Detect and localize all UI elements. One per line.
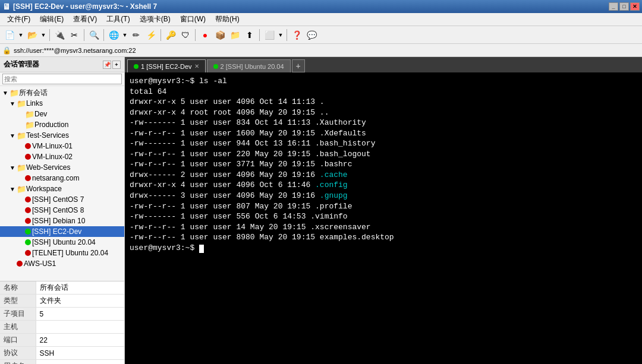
sidebar-header: 会话管理器 📌 + (0, 57, 124, 72)
toolbar: 📄 ▼ 📂 ▼ 🔌 ✂ 🔍 🌐 ▼ ✏ ⚡ 🔑 🛡 ● 📦 📁 ⬆ ⬜ ▼ ❓ … (0, 26, 642, 44)
menubar: 文件(F) 编辑(E) 查看(V) 工具(T) 选项卡(B) 窗口(W) 帮助(… (0, 13, 642, 26)
toggle-links: ▼ (8, 100, 17, 107)
add-tab-button[interactable]: + (292, 59, 305, 72)
tree-label-vm1: VM-Linux-01 (32, 142, 124, 150)
tab-close-ec2dev[interactable]: ✕ (194, 63, 199, 69)
layout-dropdown[interactable]: ▼ (277, 28, 284, 42)
terminal-line-total: total 64 (130, 87, 637, 97)
tab-ubuntu2004[interactable]: 2 [SSH] Ubuntu 20.04 (207, 59, 291, 72)
sidebar-new-button[interactable]: + (112, 61, 121, 69)
menu-file[interactable]: 文件(F) (2, 13, 35, 26)
minimize-button[interactable]: _ (609, 2, 618, 11)
tree-label-vm2: VM-Linux-02 (32, 153, 124, 161)
tree-item-centos7[interactable]: [SSH] CentOS 7 (0, 194, 124, 205)
tree-label-centos8: [SSH] CentOS 8 (32, 206, 124, 214)
tree-item-workspace[interactable]: ▼ 📁 Workspace (0, 183, 124, 194)
sidebar-header-controls: 📌 + (103, 61, 121, 69)
browser-dropdown[interactable]: ▼ (121, 28, 128, 42)
maximize-button[interactable]: □ (619, 2, 629, 11)
prop-row-type: 类型 文件夹 (0, 295, 124, 308)
stop-button[interactable]: ● (198, 28, 212, 42)
addressbar: 🔒 ssh://user:****@mysvr3.netsarang.com:2… (0, 44, 642, 57)
prop-key-proto: 协议 (0, 347, 36, 360)
tree-item-telnet[interactable]: [TELNET] Ubuntu 20.04 (0, 248, 124, 258)
tree-item-awsus1[interactable]: AWS-US1 (0, 258, 124, 269)
tree-item-ec2dev[interactable]: [SSH] EC2-Dev (0, 226, 124, 237)
search-input[interactable] (2, 74, 122, 84)
new-dropdown[interactable]: ▼ (17, 28, 24, 42)
tree-label-ubuntu2004: [SSH] Ubuntu 20.04 (32, 238, 124, 246)
tree-label-centos7: [SSH] CentOS 7 (32, 195, 124, 204)
address-text: ssh://user:****@mysvr3.netsarang.com:22 (14, 47, 136, 54)
disconnect-button[interactable]: ✂ (67, 28, 81, 42)
tab-ec2dev[interactable]: 1 [SSH] EC2-Dev ✕ (127, 59, 206, 72)
tree-item-test[interactable]: ▼ 📁 Test-Services (0, 130, 124, 141)
transfer-button[interactable]: 📦 (213, 28, 227, 42)
help-button[interactable]: ❓ (289, 28, 304, 42)
prop-val-name: 所有会话 (36, 281, 124, 295)
conn-dot-awsus1 (17, 261, 23, 267)
upload-button[interactable]: ⬆ (243, 28, 257, 42)
conn-dot-vm1 (25, 143, 31, 149)
terminal[interactable]: user@mysvr3:~$ ls -al total 64 drwxr-xr-… (125, 72, 642, 364)
menu-edit[interactable]: 编辑(E) (35, 13, 68, 26)
tree-item-debian[interactable]: [SSH] Debian 10 (0, 216, 124, 226)
main-area: 会话管理器 📌 + ▼ 📁 所有会话 ▼ 📁 Links (0, 57, 642, 364)
folder-icon-dev: 📁 (25, 110, 34, 119)
open-button[interactable]: 📂 (25, 28, 39, 42)
lock-icon: 🔒 (2, 46, 11, 55)
tab-dot-ubuntu2004 (213, 64, 218, 69)
close-button[interactable]: ✕ (630, 2, 640, 11)
cursor (199, 245, 204, 253)
prop-key-count: 子项目 (0, 308, 36, 321)
agent-button[interactable]: 🛡 (178, 28, 193, 42)
prop-key-type: 类型 (0, 295, 36, 308)
menu-tools[interactable]: 工具(T) (102, 13, 134, 26)
tree-item-web[interactable]: ▼ 📁 Web-Services (0, 162, 124, 173)
sftp-button[interactable]: 📁 (228, 28, 242, 42)
connect-button[interactable]: 🔌 (52, 28, 67, 42)
folder-icon-test: 📁 (17, 131, 26, 140)
prop-row-proto: 协议 SSH (0, 347, 124, 360)
terminal-line-2: drwxr-xr-x 4 root root 4096 May 20 19:15… (130, 107, 637, 118)
terminal-line-cursor: user@mysvr3:~$ (130, 243, 637, 254)
tree-item-centos8[interactable]: [SSH] CentOS 8 (0, 205, 124, 216)
sidebar-pin-button[interactable]: 📌 (103, 61, 111, 69)
layout-btn1[interactable]: ⬜ (262, 28, 276, 42)
find-button[interactable]: 🔍 (87, 28, 101, 42)
terminal-line-12: -rw------- 1 user user 556 Oct 6 14:53 .… (130, 211, 637, 222)
tree-label-debian: [SSH] Debian 10 (32, 217, 124, 225)
menu-tab[interactable]: 选项卡(B) (135, 13, 175, 26)
tree-item-links[interactable]: ▼ 📁 Links (0, 98, 124, 109)
tree-label-awsus1: AWS-US1 (24, 259, 124, 268)
tree-label-netsarang: netsarang.com (32, 174, 124, 182)
key-button[interactable]: 🔑 (163, 28, 178, 42)
terminal-line-7: -rw-r--r-- 1 user user 3771 May 20 19:15… (130, 159, 637, 170)
tree-item-netsarang[interactable]: netsarang.com (0, 173, 124, 183)
macro-button[interactable]: ⚡ (144, 28, 158, 42)
tree-label-links: Links (26, 99, 124, 107)
new-button[interactable]: 📄 (2, 28, 17, 42)
prop-val-type: 文件夹 (36, 295, 124, 308)
conn-dot-centos8 (25, 207, 31, 213)
conn-dot-ubuntu2004 (25, 239, 31, 245)
tree-item-production[interactable]: 📁 Production (0, 119, 124, 130)
menu-help[interactable]: 帮助(H) (210, 13, 244, 26)
tree-item-ubuntu2004[interactable]: [SSH] Ubuntu 20.04 (0, 237, 124, 248)
terminal-line-11: -rw-r--r-- 1 user user 807 May 20 19:15 … (130, 201, 637, 212)
tree-item-vm2[interactable]: VM-Linux-02 (0, 151, 124, 162)
terminal-line-3: -rw------- 1 user user 834 Oct 14 11:13 … (130, 118, 637, 128)
toggle-test: ▼ (8, 132, 17, 139)
menu-window[interactable]: 窗口(W) (175, 13, 210, 26)
menu-view[interactable]: 查看(V) (68, 13, 102, 26)
compose-button[interactable]: ✏ (129, 28, 143, 42)
tree-item-all[interactable]: ▼ 📁 所有会话 (0, 87, 124, 98)
prop-key-name: 名称 (0, 281, 36, 295)
tree-label-dev: Dev (34, 110, 124, 118)
chat-button[interactable]: 💬 (304, 28, 319, 42)
tab-label-ubuntu2004: 2 [SSH] Ubuntu 20.04 (221, 63, 284, 70)
tree-item-vm1[interactable]: VM-Linux-01 (0, 141, 124, 151)
browser-button[interactable]: 🌐 (106, 28, 121, 42)
tree-item-dev[interactable]: 📁 Dev (0, 109, 124, 119)
open-dropdown[interactable]: ▼ (40, 28, 47, 42)
